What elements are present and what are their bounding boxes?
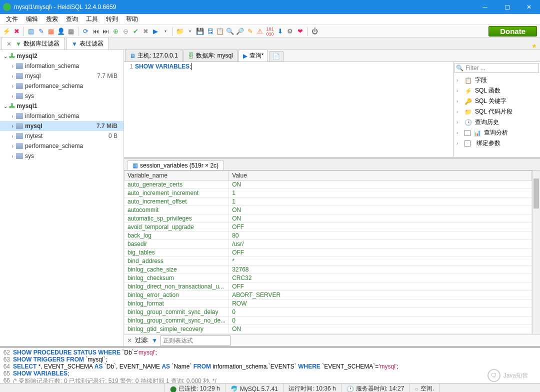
new-query-tab[interactable]: 📄 [269, 51, 284, 62]
table-row[interactable]: binlog_gtid_simple_recoveryON [124, 325, 532, 334]
helper-filter-input[interactable]: 🔍Filter ... [454, 63, 539, 73]
menu-goto[interactable]: 转到 [102, 14, 122, 24]
tool-copy-icon[interactable]: 📋 [216, 27, 224, 36]
table-row[interactable]: avoid_temporal_upgradeOFF [124, 223, 532, 232]
tool-export-icon[interactable]: ⬇ [276, 27, 284, 36]
favorite-icon[interactable]: ★ [528, 42, 540, 50]
tool-remove-icon[interactable]: ⊖ [121, 27, 130, 36]
tool-run-dd-icon[interactable]: ▾ [161, 27, 170, 36]
scroll-thumb[interactable] [534, 178, 539, 208]
tree-db-information_schema[interactable]: ›information_schema [0, 111, 124, 121]
tool-open-dd-icon[interactable]: ▾ [186, 27, 194, 36]
close-button[interactable]: ✕ [518, 0, 540, 14]
sql-editor[interactable]: 1 SHOW VARIABLES; [124, 62, 453, 157]
tool-sql-icon[interactable]: ▦ [46, 27, 56, 36]
checkbox[interactable] [464, 130, 470, 136]
tool-ok-icon[interactable]: ✔ [131, 27, 140, 36]
tool-open-icon[interactable]: 📁 [176, 27, 184, 36]
result-tab[interactable]: ▦session_variables (519r × 2c) [127, 160, 224, 170]
result-grid[interactable]: Variable_nameValue auto_generate_certsON… [124, 170, 532, 334]
table-row[interactable]: binlog_formatROW [124, 300, 532, 308]
helper-item[interactable]: ›📊查询分析 [454, 128, 539, 138]
tool-cancel-icon[interactable]: ✖ [141, 27, 150, 36]
menu-edit[interactable]: 编辑 [22, 14, 42, 24]
db-filter-tab[interactable]: ✕▼数据库过滤器 [1, 38, 65, 50]
checkbox[interactable] [464, 140, 470, 146]
table-row[interactable]: binlog_direct_non_transactional_u...OFF [124, 282, 532, 291]
tool-settings-icon[interactable]: ⚙ [286, 27, 294, 36]
tool-first-icon[interactable]: ⏮ [91, 27, 100, 36]
helper-item[interactable]: ›🔑SQL 关键字 [454, 96, 539, 106]
tool-connect-icon[interactable]: ⚡ [2, 27, 11, 36]
menu-query[interactable]: 查询 [62, 14, 82, 24]
tool-binary-icon[interactable]: 101010 [266, 27, 274, 36]
helper-item[interactable]: ›🕓查询历史 [454, 117, 539, 128]
table-row[interactable]: auto_generate_certsON [124, 180, 532, 189]
tool-refresh-icon[interactable]: ⟳ [81, 27, 90, 36]
table-row[interactable]: back_log80 [124, 232, 532, 240]
tree-db-information_schema[interactable]: ›information_schema [0, 61, 124, 71]
tool-add-icon[interactable]: ⊕ [111, 27, 120, 36]
table-row[interactable]: bind_address* [124, 257, 532, 266]
host-tab[interactable]: 🖥主机: 127.0.0.1 [125, 50, 182, 62]
tool-edit-icon[interactable]: ✎ [36, 27, 46, 36]
table-row[interactable]: big_tablesOFF [124, 248, 532, 257]
helper-item[interactable]: ›绑定参数 [454, 138, 539, 148]
tree-db-performance_schema[interactable]: ›performance_schema [0, 141, 124, 151]
col-value[interactable]: Value [229, 171, 532, 180]
table-row[interactable]: binlog_error_actionABORT_SERVER [124, 291, 532, 300]
helper-item[interactable]: ›📋字段 [454, 75, 539, 86]
tree-db-mysql[interactable]: ›mysql7.7 MiB [0, 121, 124, 131]
tool-new-icon[interactable]: ▥ [26, 27, 36, 36]
menu-search[interactable]: 搜索 [42, 14, 62, 24]
tree-db-sys[interactable]: ›sys [0, 151, 124, 161]
tool-disconnect-icon[interactable]: ✖ [12, 27, 21, 36]
regex-filter-input[interactable] [160, 336, 230, 346]
tool-warn-icon[interactable]: ⚠ [256, 27, 264, 36]
tool-user-icon[interactable]: 👤 [56, 27, 66, 36]
table-row[interactable]: binlog_cache_size32768 [124, 266, 532, 274]
server-mysql2[interactable]: ⌄🖧 mysql2 [0, 51, 124, 61]
table-filter-tab[interactable]: ▼表过滤器 [66, 38, 109, 50]
maximize-button[interactable]: ▢ [496, 0, 518, 14]
tool-replace-icon[interactable]: 🔎 [236, 27, 244, 36]
table-row[interactable]: autocommitON [124, 206, 532, 214]
helper-item[interactable]: ›⚡SQL 函数 [454, 86, 539, 96]
tool-format-icon[interactable]: ✎ [246, 27, 254, 36]
table-row[interactable]: automatic_sp_privilegesON [124, 214, 532, 223]
donate-button[interactable]: Donate [488, 26, 537, 36]
tree-db-mysql[interactable]: ›mysql7.7 MiB [0, 71, 124, 81]
clock-icon: 🕐 [346, 386, 354, 392]
database-tab[interactable]: 🗄数据库: mysql [184, 50, 238, 62]
menu-tools[interactable]: 工具 [82, 14, 102, 24]
minimize-button[interactable]: ─ [474, 0, 496, 14]
tool-exit-icon[interactable]: ⏻ [310, 27, 319, 36]
close-icon[interactable]: ✕ [127, 337, 132, 344]
menu-file[interactable]: 文件 [2, 14, 22, 24]
tool-find-icon[interactable]: 🔍 [226, 27, 234, 36]
tree-db-mytest[interactable]: ›mytest0 B [0, 131, 124, 141]
tool-donate2-icon[interactable]: ❤ [296, 27, 304, 36]
db-tree[interactable]: ⌄🖧 mysql2 ›information_schema›mysql7.7 M… [0, 50, 124, 346]
tree-db-performance_schema[interactable]: ›performance_schema [0, 81, 124, 91]
tool-saveas-icon[interactable]: 🖫 [206, 27, 214, 36]
table-row[interactable]: auto_increment_offset1 [124, 198, 532, 206]
server-mysql1[interactable]: ⌄🖧 mysql1 [0, 101, 124, 111]
tool-run-icon[interactable]: ▶ [151, 27, 160, 36]
tool-last-icon[interactable]: ⏭ [101, 27, 110, 36]
tool-lock-icon[interactable]: ▦ [66, 27, 76, 36]
close-icon[interactable]: ✕ [6, 40, 12, 48]
tree-db-sys[interactable]: ›sys [0, 91, 124, 101]
scrollbar[interactable] [532, 170, 540, 334]
helper-item[interactable]: ›📁SQL 代码片段 [454, 106, 539, 117]
table-row[interactable]: binlog_group_commit_sync_delay0 [124, 308, 532, 316]
query-tab[interactable]: ▶查询* [238, 50, 268, 62]
table-row[interactable]: binlog_group_commit_sync_no_de...0 [124, 316, 532, 325]
menu-help[interactable]: 帮助 [122, 14, 142, 24]
sql-log[interactable]: 62SHOW PROCEDURE STATUS WHERE `Db`='mysq… [0, 346, 540, 383]
tool-save-icon[interactable]: 💾 [196, 27, 204, 36]
col-variable-name[interactable]: Variable_name [124, 171, 229, 180]
table-row[interactable]: auto_increment_increment1 [124, 189, 532, 198]
table-row[interactable]: basedir/usr/ [124, 240, 532, 248]
table-row[interactable]: binlog_checksumCRC32 [124, 274, 532, 282]
